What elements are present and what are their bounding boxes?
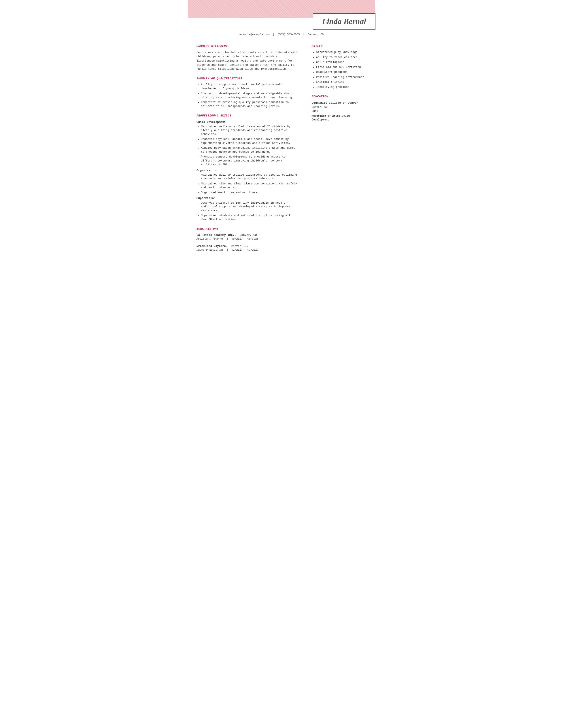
- education-title: EDUCATION: [312, 95, 367, 99]
- list-item: Structured play knowledge: [316, 51, 367, 54]
- qualifications-list: Ability to support emotional, social and…: [201, 83, 299, 108]
- work-entry-2: Dreamland Daycare. Denver, CO Daycare As…: [196, 244, 299, 252]
- content-area: SUMMARY STATEMENT Gentle Assistant Teach…: [188, 42, 375, 260]
- list-item: Positive learning environment: [316, 75, 367, 79]
- phone: (555) 555-5555: [277, 33, 300, 36]
- degree-type: Associate of Arts: [312, 114, 339, 118]
- list-item: Organized snack time and nap hours.: [201, 191, 299, 195]
- company-location-2: . Denver, CO: [226, 244, 248, 248]
- supervision-list: Observed children to identify individual…: [201, 201, 299, 222]
- child-development-title: Child Development: [196, 120, 299, 124]
- list-item: Promoted sensory development by providin…: [201, 155, 299, 167]
- list-item: Ability to support emotional, social and…: [201, 83, 299, 91]
- list-item: Child development: [316, 60, 367, 64]
- company-name-2: Dreamland Daycare. Denver, CO: [196, 244, 299, 248]
- name-box: Linda Bernal: [313, 13, 375, 30]
- organization-title: Organization: [196, 169, 299, 173]
- work-role-2: Daycare Assistant | 01/2017 - 07/2017: [196, 248, 299, 252]
- summary-text: Gentle Assistant Teacher effectively abl…: [196, 51, 299, 71]
- school-location: Denver, CO: [312, 105, 367, 109]
- company-name-1: La Petite Academy Inc.. Denver, CO: [196, 233, 299, 237]
- list-item: Observed children to identify individual…: [201, 201, 299, 213]
- list-item: Maintained well-controlled classroom of …: [201, 125, 299, 137]
- list-item: Maintained well-controlled classrooms by…: [201, 173, 299, 181]
- email: example@example.com: [239, 33, 269, 36]
- list-item: Identifying problems: [316, 85, 367, 89]
- list-item: Competent at providing quality preschool…: [201, 101, 299, 108]
- skills-section: SKILLS Structured play knowledge Ability…: [312, 44, 367, 89]
- list-item: Critical thinking: [316, 80, 367, 84]
- skills-list: Structured play knowledge Ability to tea…: [316, 51, 367, 89]
- list-item: Maintained tidy and clean classroom cons…: [201, 182, 299, 190]
- work-entry-1: La Petite Academy Inc.. Denver, CO Assis…: [196, 233, 299, 241]
- supervision-title: Supervision: [196, 196, 299, 200]
- list-item: Supervised students and enforced discipl…: [201, 214, 299, 221]
- qualifications-section: SUMMARY OF QUALIFICATIONS Ability to sup…: [196, 77, 299, 108]
- location: Denver, CO: [308, 33, 324, 36]
- education-section: EDUCATION Community College of Denver De…: [312, 95, 367, 122]
- professional-skills-title: PROFESSIONAL SKILLS: [196, 114, 299, 118]
- resume-page: Linda Bernal example@example.com | (555)…: [188, 0, 375, 260]
- summary-title: SUMMARY STATEMENT: [196, 44, 299, 48]
- professional-skills-section: PROFESSIONAL SKILLS Child Development Ma…: [196, 114, 299, 221]
- school-name: Community College of Denver: [312, 101, 367, 105]
- list-item: Ability to teach children: [316, 56, 367, 60]
- degree: Associate of Arts: Child Development: [312, 114, 367, 122]
- list-item: Head Start programs: [316, 70, 367, 74]
- graduation-year: 2016: [312, 110, 367, 113]
- contact-info: example@example.com | (555) 555-5555 | D…: [188, 33, 375, 37]
- left-column: SUMMARY STATEMENT Gentle Assistant Teach…: [196, 44, 307, 257]
- work-history-section: WORK HISTORY La Petite Academy Inc.. Den…: [196, 227, 299, 252]
- summary-section: SUMMARY STATEMENT Gentle Assistant Teach…: [196, 44, 299, 71]
- right-column: SKILLS Structured play knowledge Ability…: [307, 44, 367, 257]
- skills-title: SKILLS: [312, 44, 367, 48]
- list-item: Promoted physical, academic and social d…: [201, 137, 299, 145]
- candidate-name: Linda Bernal: [322, 17, 366, 26]
- child-development-list: Maintained well-controlled classroom of …: [201, 125, 299, 167]
- list-item: Applied play-based strategies, including…: [201, 146, 299, 154]
- work-history-title: WORK HISTORY: [196, 227, 299, 231]
- list-item: Trained in developmental stages and know…: [201, 92, 299, 99]
- qualifications-title: SUMMARY OF QUALIFICATIONS: [196, 77, 299, 81]
- list-item: First Aid and CPR Certified: [316, 66, 367, 69]
- organization-list: Maintained well-controlled classrooms by…: [201, 173, 299, 195]
- work-role-1: Assistant Teacher | 08/2017 - Current: [196, 237, 299, 241]
- name-container: Linda Bernal: [188, 18, 375, 30]
- company-location-1: . Denver, CO: [234, 233, 257, 237]
